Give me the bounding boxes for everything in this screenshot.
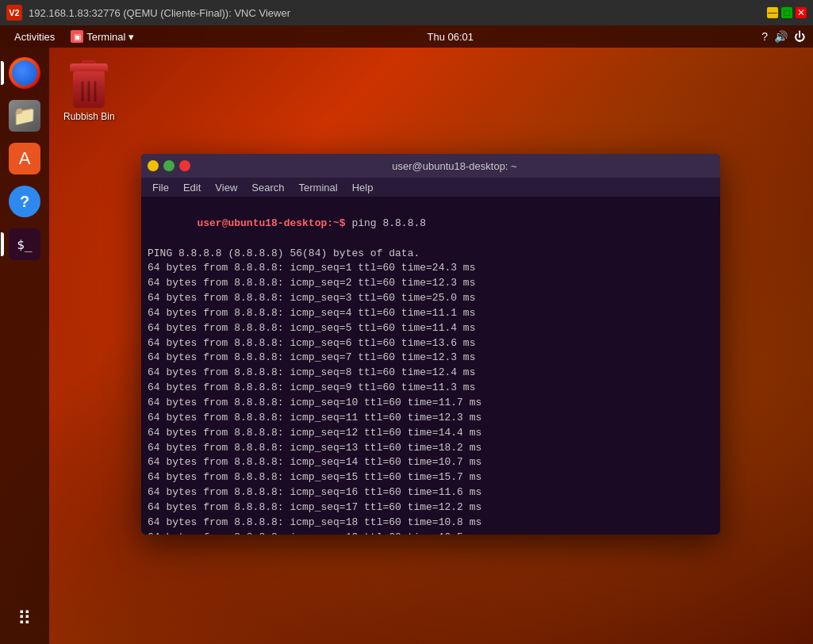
terminal-output-line: 64 bytes from 8.8.8.8: icmp_seq=14 ttl=6… <box>148 455 714 470</box>
panel-right-icons: ? 🔊 ⏻ <box>761 30 805 43</box>
terminal-menu-view[interactable]: View <box>209 180 244 195</box>
vnc-minimize-button[interactable]: — <box>767 7 778 18</box>
rubbish-bin-icon <box>70 63 108 108</box>
terminal-dock-icon: $_ <box>9 228 40 260</box>
terminal-menu-help[interactable]: Help <box>346 180 380 195</box>
sidebar-item-terminal[interactable]: $_ <box>6 225 44 263</box>
terminal-output-line: 64 bytes from 8.8.8.8: icmp_seq=2 ttl=60… <box>148 276 714 291</box>
terminal-output-line: 64 bytes from 8.8.8.8: icmp_seq=4 ttl=60… <box>148 306 714 321</box>
terminal-output-line: 64 bytes from 8.8.8.8: icmp_seq=3 ttl=60… <box>148 291 714 306</box>
ubuntu-desktop: Activities ▣ Terminal ▾ Thu 06:01 ? 🔊 ⏻ … <box>0 25 813 644</box>
terminal-panel-icon: ▣ <box>71 30 83 43</box>
terminal-output-line: 64 bytes from 8.8.8.8: icmp_seq=1 ttl=60… <box>148 261 714 276</box>
sidebar-item-store[interactable]: A <box>6 140 44 178</box>
terminal-output-line: 64 bytes from 8.8.8.8: icmp_seq=7 ttl=60… <box>148 351 714 366</box>
vnc-icon: V2 <box>6 5 22 21</box>
bin-lid <box>70 63 108 71</box>
terminal-maximize-button[interactable] <box>163 160 174 171</box>
terminal-output-line: 64 bytes from 8.8.8.8: icmp_seq=10 ttl=6… <box>148 396 714 411</box>
terminal-output-line: PING 8.8.8.8 (8.8.8.8) 56(84) bytes of d… <box>148 247 714 262</box>
sidebar-item-help[interactable]: ? <box>6 182 44 220</box>
panel-clock[interactable]: Thu 06:01 <box>139 31 761 43</box>
terminal-output-line: 64 bytes from 8.8.8.8: icmp_seq=6 ttl=60… <box>148 336 714 351</box>
rubbish-bin[interactable]: Rubbish Bin <box>63 63 115 122</box>
terminal-output-line: 64 bytes from 8.8.8.8: icmp_seq=12 ttl=6… <box>148 426 714 441</box>
rubbish-bin-label: Rubbish Bin <box>63 111 115 122</box>
panel-app-label: Terminal <box>86 31 125 43</box>
terminal-title: user@ubuntu18-desktop: ~ <box>195 160 714 172</box>
firefox-icon <box>9 57 40 89</box>
terminal-output-line: 64 bytes from 8.8.8.8: icmp_seq=13 ttl=6… <box>148 441 714 456</box>
terminal-menu-edit[interactable]: Edit <box>177 180 207 195</box>
terminal-output-line: 64 bytes from 8.8.8.8: icmp_seq=11 ttl=6… <box>148 411 714 426</box>
sound-icon[interactable]: 🔊 <box>774 30 788 43</box>
power-icon[interactable]: ⏻ <box>794 30 805 43</box>
panel-app-terminal[interactable]: ▣ Terminal ▾ <box>66 29 139 44</box>
terminal-titlebar: user@ubuntu18-desktop: ~ <box>141 154 720 178</box>
terminal-command: ping 8.8.8.8 <box>346 217 426 229</box>
terminal-close-button[interactable] <box>179 160 190 171</box>
terminal-output-line: 64 bytes from 8.8.8.8: icmp_seq=18 ttl=6… <box>148 516 714 531</box>
terminal-output-line: 64 bytes from 8.8.8.8: icmp_seq=19 ttl=6… <box>148 531 714 535</box>
sidebar-dock: A ? $_ ⠿ <box>0 48 49 644</box>
bin-lines <box>82 81 97 102</box>
apps-grid-icon: ⠿ <box>9 603 40 634</box>
store-icon: A <box>9 143 40 174</box>
terminal-minimize-button[interactable] <box>148 160 159 171</box>
help-icon: ? <box>9 186 40 217</box>
sidebar-item-apps-grid[interactable]: ⠿ <box>6 600 44 638</box>
vnc-maximize-button[interactable]: □ <box>781 7 792 18</box>
terminal-window: user@ubuntu18-desktop: ~ File Edit View … <box>141 154 720 535</box>
terminal-output-line: 64 bytes from 8.8.8.8: icmp_seq=15 ttl=6… <box>148 470 714 485</box>
vnc-titlebar: V2 192.168.1.83:32776 (QEMU (Cliente-Fin… <box>0 0 813 25</box>
terminal-content[interactable]: user@ubuntu18-desktop:~$ ping 8.8.8.8 PI… <box>141 197 720 535</box>
sidebar-item-files[interactable] <box>6 97 44 135</box>
sidebar-item-firefox[interactable] <box>6 54 44 92</box>
terminal-output-line: 64 bytes from 8.8.8.8: icmp_seq=8 ttl=60… <box>148 366 714 381</box>
vnc-close-button[interactable]: ✕ <box>796 7 807 18</box>
terminal-menubar: File Edit View Search Terminal Help <box>141 178 720 197</box>
terminal-menu-file[interactable]: File <box>146 180 175 195</box>
terminal-prompt-line: user@ubuntu18-desktop:~$ ping 8.8.8.8 <box>148 201 714 247</box>
terminal-menu-search[interactable]: Search <box>245 180 290 195</box>
panel-app-chevron: ▾ <box>128 31 134 43</box>
activities-button[interactable]: Activities <box>8 29 61 44</box>
terminal-output-line: 64 bytes from 8.8.8.8: icmp_seq=9 ttl=60… <box>148 381 714 396</box>
top-panel: Activities ▣ Terminal ▾ Thu 06:01 ? 🔊 ⏻ <box>0 25 813 48</box>
terminal-output-line: 64 bytes from 8.8.8.8: icmp_seq=16 ttl=6… <box>148 485 714 500</box>
question-icon[interactable]: ? <box>761 30 768 43</box>
terminal-menu-terminal[interactable]: Terminal <box>293 180 344 195</box>
files-icon <box>9 100 40 132</box>
terminal-output: PING 8.8.8.8 (8.8.8.8) 56(84) bytes of d… <box>148 247 714 535</box>
vnc-window-controls: — □ ✕ <box>767 7 807 18</box>
vnc-title: 192.168.1.83:32776 (QEMU (Cliente-Final)… <box>29 7 761 19</box>
terminal-output-line: 64 bytes from 8.8.8.8: icmp_seq=5 ttl=60… <box>148 321 714 336</box>
terminal-prompt: user@ubuntu18-desktop:~$ <box>197 217 345 229</box>
bin-body <box>73 71 105 108</box>
terminal-output-line: 64 bytes from 8.8.8.8: icmp_seq=17 ttl=6… <box>148 500 714 516</box>
